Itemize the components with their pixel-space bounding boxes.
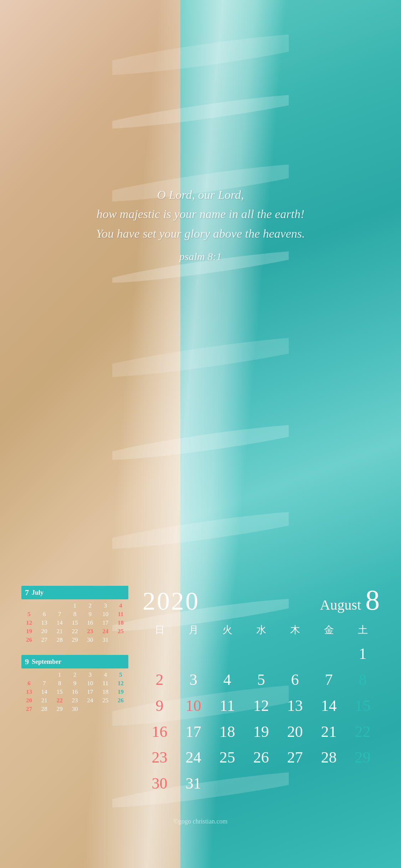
august-month-num: 8	[365, 586, 380, 614]
table-row: 19 20 21 22 23 24 25	[21, 627, 128, 636]
august-header: 2020 August 8	[143, 586, 380, 616]
aug-day-3: 3	[176, 667, 210, 693]
aug-day-7: 7	[312, 667, 346, 693]
september-header: 9 September	[21, 655, 128, 668]
day-header-mon: 月	[176, 622, 210, 638]
table-row: 13 14 15 16 17 18 19	[21, 688, 128, 696]
small-calendars: 7 July 1 2 3 4 5 6 7	[21, 586, 128, 797]
aug-day-18: 18	[210, 719, 244, 745]
table-row: 5 6 7 8 9 10 11	[21, 610, 128, 619]
aug-day-12: 12	[244, 693, 278, 719]
aug-day-22: 22	[346, 719, 380, 745]
day-header-wed: 水	[244, 622, 278, 638]
september-calendar: 9 September 1 2 3 4 5 6 7 8	[21, 655, 128, 713]
day-header-tue: 火	[210, 622, 244, 638]
july-num: 7	[25, 588, 29, 597]
aug-day-11: 11	[210, 693, 244, 719]
scripture-reference: psalm 8:1	[29, 250, 372, 263]
aug-day-2: 2	[143, 667, 176, 693]
table-row: 1 2 3 4 5	[21, 671, 128, 679]
scripture-text: O Lord, our Lord, how majestic is your n…	[29, 185, 372, 243]
aug-day-28: 28	[312, 745, 346, 771]
aug-day-24: 24	[176, 745, 210, 771]
aug-day-4: 4	[210, 667, 244, 693]
day-header-thu: 木	[278, 622, 312, 638]
scripture-block: O Lord, our Lord, how majestic is your n…	[29, 185, 372, 263]
july-name: July	[32, 589, 43, 596]
aug-day-10: 10	[176, 693, 210, 719]
table-row: 12 13 14 15 16 17 18	[21, 619, 128, 627]
aug-day-1: 1	[346, 641, 380, 667]
aug-day-17: 17	[176, 719, 210, 745]
september-num: 9	[25, 657, 29, 666]
september-grid: 1 2 3 4 5 6 7 8 9 10 11 12	[21, 671, 128, 713]
aug-day-16: 16	[143, 719, 176, 745]
august-grid: 1 2 3 4 5 6 7 8 9 10 11 12 13 14 15 16 1…	[143, 641, 380, 797]
table-row: 6 7 8 9 10 11 12	[21, 679, 128, 688]
aug-day-13: 13	[278, 693, 312, 719]
day-header-fri: 金	[312, 622, 346, 638]
copyright-text: ©gogo christian.com	[0, 818, 401, 825]
aug-day-26: 26	[244, 745, 278, 771]
aug-day-19: 19	[244, 719, 278, 745]
aug-day-14: 14	[312, 693, 346, 719]
table-row: 1 2 3 4	[21, 601, 128, 610]
table-row: 27 28 29 30	[21, 705, 128, 713]
aug-day-27: 27	[278, 745, 312, 771]
table-row: 20 21 22 23 24 25 26	[21, 696, 128, 705]
aug-day-25: 25	[210, 745, 244, 771]
aug-day-21: 21	[312, 719, 346, 745]
aug-day-29: 29	[346, 745, 380, 771]
aug-day-6: 6	[278, 667, 312, 693]
aug-day-9: 9	[143, 693, 176, 719]
august-month-name: August	[320, 596, 361, 613]
aug-day-20: 20	[278, 719, 312, 745]
day-header-sun: 日	[143, 622, 176, 638]
august-main-calendar: 2020 August 8 日 月 火 水 木 金 土 1 2	[143, 586, 380, 797]
year-label: 2020	[143, 587, 200, 616]
month-group: August 8	[320, 586, 380, 614]
september-name: September	[32, 658, 61, 666]
aug-day-30: 30	[143, 771, 176, 797]
days-of-week-header: 日 月 火 水 木 金 土	[143, 622, 380, 638]
july-calendar: 7 July 1 2 3 4 5 6 7	[21, 586, 128, 644]
aug-day-8: 8	[346, 667, 380, 693]
july-header: 7 July	[21, 586, 128, 599]
table-row: 26 27 28 29 30 31	[21, 636, 128, 644]
aug-day-23: 23	[143, 745, 176, 771]
aug-day-31: 31	[176, 771, 210, 797]
aug-day-5: 5	[244, 667, 278, 693]
calendar-area: 7 July 1 2 3 4 5 6 7	[21, 586, 380, 797]
day-header-sat: 土	[346, 622, 380, 638]
aug-day-15: 15	[346, 693, 380, 719]
july-grid: 1 2 3 4 5 6 7 8 9 10 11 12	[21, 601, 128, 644]
